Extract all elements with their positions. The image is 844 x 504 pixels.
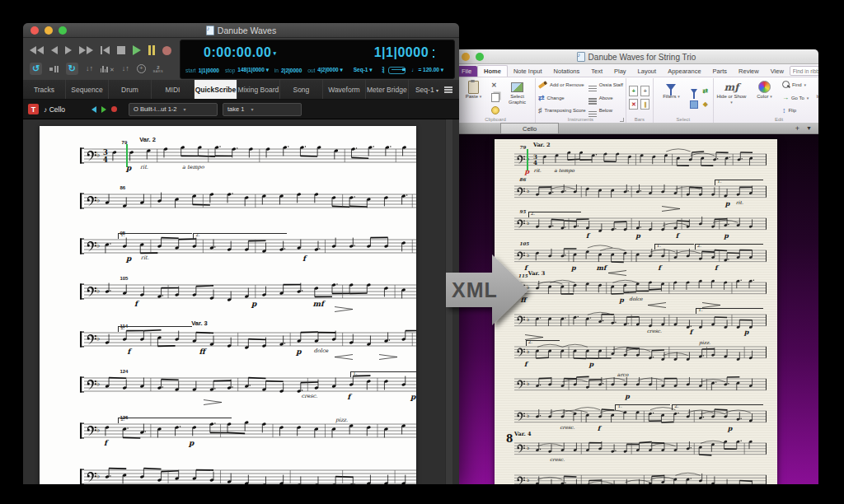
delete-bar-button[interactable]: ✕ [629,99,639,110]
ribbon-tab-view[interactable]: View [765,66,790,77]
auto-stop-icon[interactable] [49,66,59,72]
input-monitor-icon[interactable] [91,106,96,113]
undo-icon[interactable]: ↺ [30,63,42,75]
ribbon-tab-text[interactable]: Text [585,66,608,77]
select-swap-icon: ⇄ [703,87,709,95]
find-button[interactable]: Find▾ [782,80,809,90]
mini-menu-icon[interactable] [444,86,452,88]
advanced-filter-button[interactable] [689,86,699,97]
stop-icon[interactable] [117,46,125,54]
lcd-field-value[interactable]: 1|1|0000 [199,68,219,73]
select-magic-button[interactable]: ◆ [701,99,710,110]
ribbon-tab-notations[interactable]: Notations [548,66,586,77]
play-icon[interactable] [133,45,141,55]
take-selector[interactable]: take 1▾ [223,103,302,116]
inspector-button[interactable]: iInspector [811,79,818,116]
return-to-start-icon[interactable] [101,46,110,54]
sequence-selector[interactable]: Seq-1 ▾ [415,86,438,94]
copy-button[interactable] [491,93,499,103]
lcd-field-value[interactable]: 2|2|0000 [281,68,302,73]
main-counter[interactable]: 0:00:00.00▾ [204,45,276,60]
play-enable-icon[interactable] [101,106,106,113]
record-indicator-icon[interactable] [111,106,117,112]
ribbon-tab-appearance[interactable]: Appearance [662,66,706,77]
step-forward-icon[interactable] [65,46,72,54]
loop-icon[interactable]: ↻ [66,63,78,75]
view-tab-meter-bridge[interactable]: Meter Bridge [366,80,409,99]
volta-label: 1. [657,243,661,248]
view-tab-song[interactable]: Song [280,80,323,99]
insert-bar-button[interactable]: + [640,86,650,97]
ribbon-tab-parts[interactable]: Parts [707,66,734,77]
dynamic-marking: ff [199,348,205,356]
output-selector[interactable]: O Built-I...ut 1-2▾ [129,103,218,116]
view-tab-tracks[interactable]: Tracks [23,80,66,99]
bar-beat-counter[interactable]: 1|1|0000 [374,45,434,60]
ribbon-tab-play[interactable]: Play [608,66,632,77]
ribbon-tab-home[interactable]: Home [477,65,508,77]
transposing-score-button[interactable]: ♯Transposing Score [538,105,586,115]
rewind-icon[interactable] [30,46,44,54]
cut-button[interactable]: ✕ [491,80,499,90]
view-tab-midi[interactable]: MIDI [152,80,195,99]
change-button[interactable]: ⇄Change [538,93,586,103]
new-tab-icon[interactable]: + [795,124,799,133]
color-wheel-button[interactable]: Color ▾ [749,79,780,116]
punch-in-icon[interactable]: ↓↑ [86,65,93,72]
view-tab-waveform[interactable]: Waveform [323,80,366,99]
dp-score-page[interactable]: ♭3479Var. 2prit.a tempo♭86♭951.2.prit.f♭… [40,126,416,484]
go-to-button[interactable]: →Go To▾ [782,93,809,103]
view-tab-mixing-board[interactable]: Mixing Board [237,80,280,99]
document-tab-cello[interactable]: Cello [500,123,559,133]
ribbon-tab-review[interactable]: Review [733,66,765,77]
below-button[interactable]: Below [588,105,623,115]
select-box-button[interactable] [689,99,699,110]
meter-display[interactable]: 34 [382,67,385,74]
wave-edit-icon[interactable]: ✕ [101,66,115,72]
tempo-display[interactable]: ♩ = 120.00 ▾ [411,67,443,73]
volta-label: 1. [698,307,702,312]
punch-out-icon[interactable]: ↓↑ [122,65,129,72]
ribbon-tab-layout[interactable]: Layout [632,66,663,77]
view-tab-drum[interactable]: Drum [109,80,152,99]
fast-forward-icon[interactable] [79,46,93,54]
record-icon[interactable] [162,46,171,55]
dynamic-marking: p [410,393,415,401]
copy-icon [491,93,499,103]
countoff-icon[interactable]: 2BARS [153,65,163,73]
paste-button[interactable]: Paste ▾ [458,79,489,116]
filters-button[interactable]: Filters ▾ [656,79,687,116]
lcd-field-value[interactable]: 148|1|0000 ▾ [237,67,269,73]
dp-titlebar[interactable]: Danube Waves [23,23,459,38]
hide-show-button[interactable]: mƒHide or Show ▾ [716,79,747,116]
staff-system: ♭105fpmf [74,275,416,313]
step-back-icon[interactable] [51,46,58,54]
select-swap-button[interactable]: ⇄ [701,86,710,97]
view-tab-sequence[interactable]: Sequence [66,80,109,99]
counter-stepper-icon[interactable] [433,49,434,58]
sibelius-titlebar[interactable]: Danube Waves for String Trio [454,49,818,64]
select-graphic-button[interactable]: Select Graphic [502,79,532,116]
pin-tab-icon[interactable]: ▼ [806,125,812,131]
flip-button[interactable]: ↕Flip [782,105,809,115]
lcd-sequence-selector[interactable]: Seq-1 ▾ [354,67,373,73]
add-or-remove-button[interactable]: Add or Remove [538,80,586,90]
dialog-launcher-icon[interactable] [620,118,624,122]
ossia-staff-button[interactable]: Ossia Staff [588,80,623,90]
split-bar-button[interactable]: ∥ [640,99,650,110]
record-enable-button[interactable]: T [28,104,39,114]
dynamic-marking: f [586,231,588,240]
expression-marking: pizz. [699,339,710,345]
view-tab-quickscribe[interactable]: QuickScribe [195,80,237,99]
ribbon-tab-note-input[interactable]: Note Input [508,66,548,77]
ideas-button[interactable] [491,105,499,115]
position-slider[interactable] [388,67,406,74]
above-button[interactable]: Above [588,93,623,103]
track-name[interactable]: ♪ Cello [44,105,65,114]
add-bar-button[interactable]: + [629,86,639,97]
pause-icon[interactable] [148,45,155,55]
overdub-icon[interactable]: + [137,64,146,73]
find-in-ribbon-input[interactable] [790,66,818,76]
lcd-field-value[interactable]: 4|2|0000 ▾ [317,67,342,73]
sibelius-score-page[interactable]: ♭3479Var. 2prit.a tempo♭861.prit.♭952.fp… [495,139,777,484]
